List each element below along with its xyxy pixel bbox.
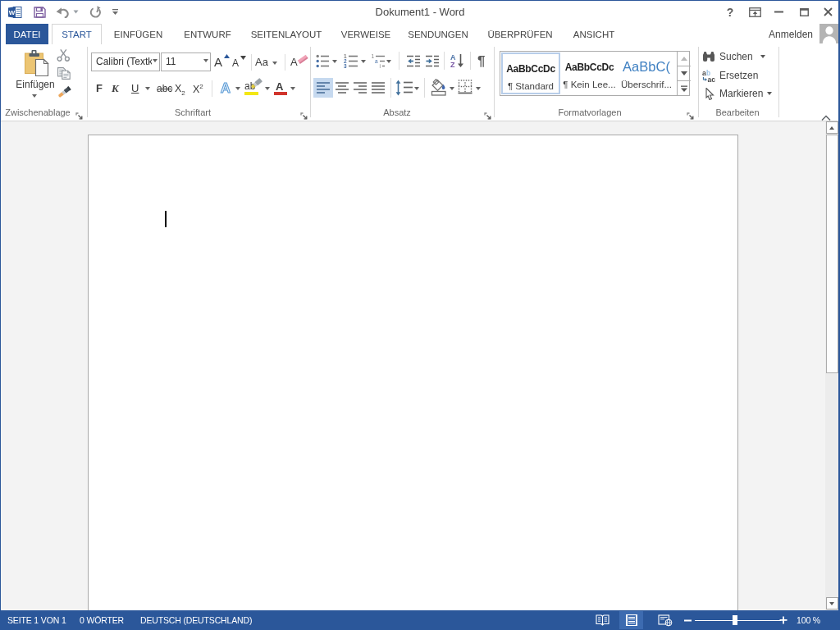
font-size-dropdown-caret	[203, 59, 208, 62]
tab-verweise[interactable]: VERWEISE	[343, 24, 389, 44]
find-button[interactable]: Suchen	[702, 50, 765, 63]
text-effects-button[interactable]: A	[217, 78, 235, 97]
tab-einfuegen[interactable]: EINFÜGEN	[115, 24, 162, 44]
line-spacing-button[interactable]	[395, 80, 413, 96]
borders-button[interactable]	[458, 80, 472, 94]
font-color-button[interactable]: A	[273, 79, 288, 97]
clipboard-dialog-launcher[interactable]	[75, 109, 84, 117]
underline-button[interactable]: U	[128, 80, 141, 97]
page-number-status[interactable]: SEITE 1 VON 1	[7, 610, 66, 630]
scroll-up-button[interactable]	[826, 121, 838, 134]
tab-entwurf[interactable]: ENTWURF	[185, 24, 231, 44]
small-separator	[251, 54, 252, 71]
text-effects-dropdown-caret[interactable]	[235, 87, 240, 90]
increase-indent-button[interactable]	[425, 55, 440, 67]
superscript-button[interactable]: X2	[193, 80, 209, 97]
sort-button[interactable]: A Z	[450, 53, 464, 68]
cut-button[interactable]	[57, 49, 71, 62]
svg-text:¶: ¶	[477, 53, 485, 68]
font-dialog-launcher[interactable]	[300, 109, 308, 117]
highlight-dropdown-caret[interactable]	[265, 87, 270, 90]
show-paragraph-marks-button[interactable]: ¶	[477, 53, 488, 68]
font-color-dropdown-caret[interactable]	[290, 87, 295, 90]
styles-more-button[interactable]	[678, 81, 691, 95]
small-separator	[390, 78, 391, 98]
web-layout-button[interactable]	[653, 611, 677, 629]
copy-button[interactable]	[57, 67, 71, 80]
underline-dropdown-caret[interactable]	[145, 87, 150, 90]
clipboard-group-label: Zwischenablage	[5, 107, 71, 117]
strikethrough-button[interactable]: abc	[157, 80, 176, 97]
change-case-button[interactable]: Aa	[255, 53, 280, 71]
shading-button[interactable]	[430, 79, 448, 97]
close-button[interactable]	[821, 0, 834, 24]
align-right-button[interactable]	[351, 78, 369, 98]
tab-start[interactable]: START	[52, 24, 102, 44]
italic-button[interactable]: K	[107, 80, 122, 97]
bullets-button[interactable]	[316, 54, 330, 68]
language-status[interactable]: DEUTSCH (DEUTSCHLAND)	[140, 610, 252, 630]
bullets-dropdown-caret[interactable]	[332, 60, 337, 63]
small-separator	[444, 52, 445, 70]
sign-in-link[interactable]: Anmelden	[769, 24, 813, 44]
minimize-button[interactable]	[772, 0, 785, 24]
zoom-slider-handle[interactable]	[733, 615, 737, 625]
document-page[interactable]	[88, 135, 738, 610]
styles-dialog-launcher[interactable]	[687, 109, 695, 117]
zoom-slider-track[interactable]	[695, 620, 781, 622]
bold-button[interactable]: F	[93, 80, 107, 97]
styles-gallery-scrollbar	[677, 52, 691, 95]
font-size-combo[interactable]: 11	[161, 52, 211, 71]
bullets-icon	[316, 54, 330, 68]
print-layout-button[interactable]	[619, 611, 643, 629]
zoom-in-button[interactable]	[779, 610, 788, 630]
paste-button[interactable]: Einfügen	[19, 48, 52, 100]
style-standard[interactable]: AaBbCcDc ¶ Standard	[501, 52, 560, 94]
justify-button[interactable]	[369, 78, 387, 98]
replace-button[interactable]: a b ac Ersetzen	[702, 69, 758, 82]
paragraph-dialog-launcher[interactable]	[484, 109, 492, 117]
align-center-button[interactable]	[333, 78, 351, 98]
tab-datei[interactable]: DATEI	[6, 24, 48, 44]
vertical-scrollbar	[825, 121, 838, 610]
format-painter-button[interactable]	[57, 86, 72, 99]
shrink-font-button[interactable]: A	[232, 54, 246, 71]
read-mode-button[interactable]	[591, 611, 614, 629]
line-spacing-dropdown-caret[interactable]	[414, 87, 419, 90]
word-count-status[interactable]: 0 WÖRTER	[80, 610, 124, 630]
style-kein-leerraum[interactable]: AaBbCcDc ¶ Kein Lee...	[561, 52, 618, 94]
subscript-button[interactable]: X2	[175, 80, 191, 97]
zoom-level[interactable]: 100 %	[797, 610, 820, 630]
borders-dropdown-caret[interactable]	[476, 87, 481, 90]
tab-seitenlayout[interactable]: SEITENLAYOUT	[251, 24, 322, 44]
decrease-indent-button[interactable]	[406, 55, 421, 67]
select-button[interactable]: Markieren	[702, 87, 772, 100]
maximize-button[interactable]	[797, 0, 810, 24]
zoom-out-button[interactable]	[684, 610, 692, 630]
account-avatar[interactable]	[819, 24, 839, 43]
font-name-combo[interactable]: Calibri (Textk	[91, 52, 160, 71]
numbering-dropdown-caret[interactable]	[361, 60, 366, 63]
highlight-button[interactable]: ab	[244, 79, 264, 97]
styles-scroll-up-button[interactable]	[678, 52, 691, 66]
ribbon-display-options-button[interactable]	[747, 0, 762, 24]
tab-ansicht[interactable]: ANSICHT	[573, 24, 615, 44]
styles-scroll-down-button[interactable]	[678, 66, 691, 81]
highlighter-pen-icon	[249, 77, 263, 90]
multilevel-dropdown-caret[interactable]	[386, 60, 391, 63]
shading-dropdown-caret[interactable]	[450, 87, 454, 90]
align-left-button[interactable]	[313, 78, 333, 98]
window-border-top	[0, 0, 840, 1]
clear-formatting-button[interactable]: A	[290, 53, 308, 71]
grow-font-button[interactable]: A	[214, 53, 230, 71]
tab-ueberpruefen[interactable]: ÜBERPRÜFEN	[491, 24, 550, 44]
multilevel-list-button[interactable]: 1 a i	[371, 53, 386, 68]
scrollbar-thumb[interactable]	[826, 135, 838, 373]
scroll-down-button[interactable]	[826, 597, 838, 609]
help-button[interactable]: ?	[724, 0, 737, 24]
numbering-button[interactable]: 1 2 3	[343, 53, 358, 68]
format-painter-icon	[57, 86, 71, 98]
collapse-ribbon-button[interactable]	[821, 110, 833, 118]
style-ueberschrift-1[interactable]: AaBbC( Überschrif...	[618, 52, 675, 94]
tab-sendungen[interactable]: SENDUNGEN	[409, 24, 467, 44]
